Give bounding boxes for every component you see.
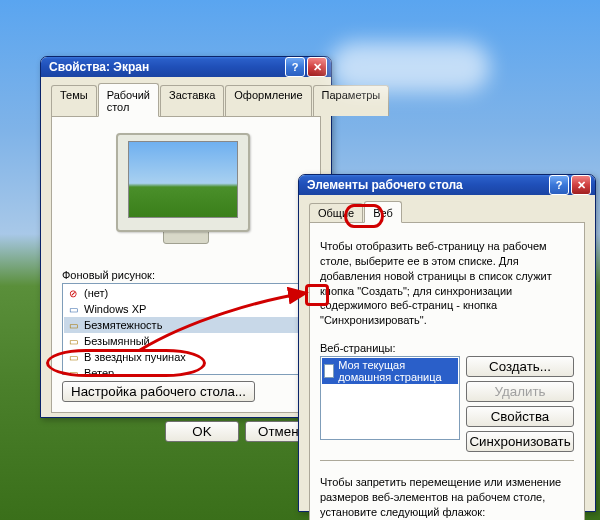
close-button[interactable]: ✕ [307,57,327,77]
background-listbox[interactable]: ⊘ (нет) ▭ Windows XP ▭ Безмятежность [62,283,310,375]
tabpanel-web: Чтобы отобразить веб-страницу на рабочем… [309,223,585,520]
webpages-listbox[interactable]: Моя текущая домашняя страница [320,356,460,440]
delete-button[interactable]: Удалить [466,381,574,402]
close-button[interactable]: ✕ [571,175,591,195]
image-icon: ▭ [66,334,80,348]
desktop-items-window: Элементы рабочего стола ? ✕ Общие Веб Чт… [298,174,596,512]
monitor-preview [116,133,256,253]
titlebar[interactable]: Элементы рабочего стола ? ✕ [299,175,595,195]
list-item[interactable]: ▭ Безмятежность [64,317,308,333]
synchronize-button[interactable]: Синхронизовать [466,431,574,452]
list-item[interactable]: ▭ Ветер [64,365,308,375]
tab-general[interactable]: Общие [309,203,363,222]
ok-button[interactable]: OK [165,421,239,442]
image-icon: ▭ [66,366,80,375]
tabstrip: Общие Веб [309,201,585,223]
separator [320,460,574,461]
display-properties-window: Свойства: Экран ? ✕ Темы Рабочий стол За… [40,56,332,418]
list-item[interactable]: ▭ Безымянный [64,333,308,349]
tabstrip: Темы Рабочий стол Заставка Оформление Па… [51,83,321,117]
help-button[interactable]: ? [285,57,305,77]
list-item-label: (нет) [84,287,108,299]
create-button[interactable]: Создать... [466,356,574,377]
customize-desktop-button[interactable]: Настройка рабочего стола... [62,381,255,402]
list-item[interactable]: ▭ В звездных пучинах [64,349,308,365]
tab-appearance[interactable]: Оформление [225,85,311,116]
titlebar[interactable]: Свойства: Экран ? ✕ [41,57,331,77]
window-title: Свойства: Экран [49,60,149,74]
tab-themes[interactable]: Темы [51,85,97,116]
window-title: Элементы рабочего стола [307,178,463,192]
none-icon: ⊘ [66,286,80,300]
list-item-label: Ветер [84,367,114,375]
tabpanel-desktop: Фоновый рисунок: ⊘ (нет) ▭ Windows XP [51,117,321,413]
tab-screensaver[interactable]: Заставка [160,85,224,116]
help-button[interactable]: ? [549,175,569,195]
properties-button[interactable]: Свойства [466,406,574,427]
list-item-label: Безмятежность [84,319,162,331]
list-item[interactable]: ⊘ (нет) [64,285,308,301]
checkbox-icon[interactable] [324,364,334,378]
lock-description: Чтобы запретить перемещение или изменени… [320,475,574,520]
list-item-label: Безымянный [84,335,150,347]
list-item-label: В звездных пучинах [84,351,186,363]
list-item-label: Windows XP [84,303,146,315]
list-item[interactable]: Моя текущая домашняя страница [322,358,458,384]
image-icon: ▭ [66,350,80,364]
dialog-buttons: OK Отмена [51,413,321,444]
list-item[interactable]: ▭ Windows XP [64,301,308,317]
tab-desktop[interactable]: Рабочий стол [98,83,159,117]
image-icon: ▭ [66,318,80,332]
webpages-label: Веб-страницы: [320,342,574,354]
background-label: Фоновый рисунок: [62,269,310,281]
tab-web[interactable]: Веб [364,201,402,223]
image-icon: ▭ [66,302,80,316]
description-text: Чтобы отобразить веб-страницу на рабочем… [320,239,574,328]
list-item-label: Моя текущая домашняя страница [338,359,456,383]
tab-settings[interactable]: Параметры [313,85,390,116]
desktop-wallpaper: Свойства: Экран ? ✕ Темы Рабочий стол За… [0,0,600,520]
